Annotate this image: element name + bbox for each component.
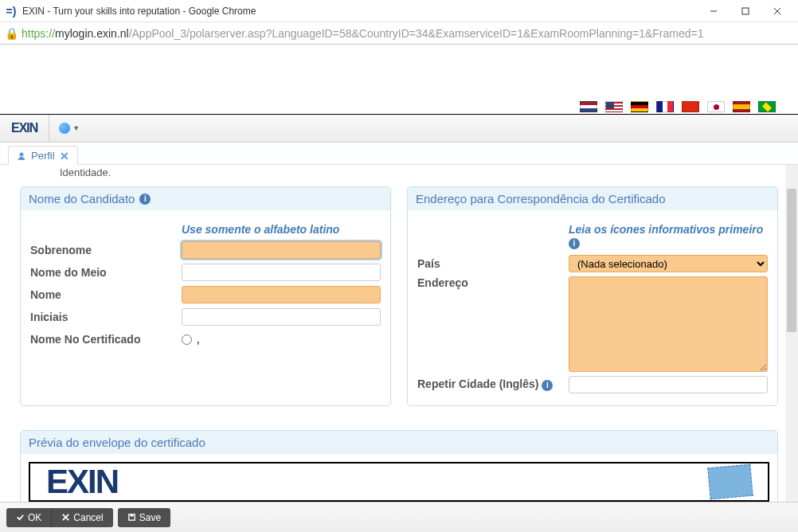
flag-cn[interactable] bbox=[682, 101, 699, 112]
check-icon bbox=[16, 513, 25, 522]
scrollbar[interactable] bbox=[785, 165, 798, 502]
flag-br[interactable] bbox=[758, 101, 776, 112]
address-label: Endereço bbox=[417, 276, 569, 289]
chevron-down-icon: ▼ bbox=[72, 124, 80, 132]
flag-nl[interactable] bbox=[580, 101, 597, 112]
candidate-hint: Use somente o alfabeto latino bbox=[182, 223, 381, 236]
initials-label: Iniciais bbox=[30, 311, 182, 323]
url-host: mylogin.exin.nl bbox=[55, 27, 129, 40]
address-bar[interactable]: 🔒 https://mylogin.exin.nl/AppPool_3/pola… bbox=[0, 22, 798, 45]
save-button[interactable]: Save bbox=[118, 508, 170, 527]
comma-text: , bbox=[197, 334, 200, 346]
flag-es[interactable] bbox=[733, 101, 750, 112]
envelope-panel-title: Prévia do envelope do certificado bbox=[29, 436, 205, 449]
svg-rect-8 bbox=[130, 514, 133, 517]
ok-cancel-group: OK Cancel bbox=[6, 508, 113, 527]
cancel-button[interactable]: Cancel bbox=[51, 508, 112, 527]
tab-strip: Perfil ✕ bbox=[0, 143, 798, 165]
info-icon[interactable]: i bbox=[542, 380, 553, 391]
identity-text: Identidade. bbox=[20, 165, 778, 180]
user-icon bbox=[17, 151, 26, 161]
tab-label: Perfil bbox=[31, 150, 55, 162]
minimize-button[interactable] bbox=[698, 2, 730, 21]
candidate-panel: Nome do Candidato i Use somente o alfabe… bbox=[20, 186, 391, 406]
flag-de[interactable] bbox=[631, 101, 648, 112]
app-favicon: =) bbox=[5, 5, 18, 18]
lock-icon: 🔒 bbox=[5, 27, 18, 40]
toolbar: EXIN ▼ bbox=[0, 115, 798, 143]
ok-button[interactable]: OK bbox=[6, 508, 51, 527]
main-content: Identidade. Nome do Candidato i Use some… bbox=[0, 165, 798, 532]
surname-input[interactable] bbox=[182, 241, 381, 259]
address-textarea[interactable] bbox=[569, 276, 768, 372]
language-flags bbox=[580, 101, 776, 112]
flag-jp[interactable] bbox=[707, 101, 725, 112]
country-select[interactable]: (Nada selecionado) bbox=[569, 255, 768, 272]
envelope-preview: EXIN bbox=[29, 462, 769, 502]
flag-fr[interactable] bbox=[656, 101, 674, 112]
close-window-button[interactable] bbox=[761, 2, 793, 21]
bottom-bar: OK Cancel Save bbox=[0, 502, 798, 532]
header-strip bbox=[0, 45, 798, 115]
tab-perfil[interactable]: Perfil ✕ bbox=[8, 146, 78, 165]
language-dropdown[interactable]: ▼ bbox=[49, 115, 89, 142]
cert-name-label: Nome No Certificado bbox=[30, 333, 182, 346]
repeat-city-input[interactable] bbox=[569, 376, 768, 393]
address-panel-title: Endereço para Correspondência do Certifi… bbox=[416, 192, 666, 205]
info-icon[interactable]: i bbox=[139, 194, 151, 205]
envelope-logo: EXIN bbox=[46, 463, 118, 501]
address-panel: Endereço para Correspondência do Certifi… bbox=[407, 186, 778, 406]
candidate-panel-header: Nome do Candidato i bbox=[21, 187, 390, 210]
repeat-city-label: Repetir Cidade (Inglês) i bbox=[417, 377, 569, 391]
brand-logo: EXIN bbox=[0, 115, 49, 142]
middle-name-input[interactable] bbox=[182, 264, 381, 281]
save-icon bbox=[127, 513, 136, 522]
first-name-input[interactable] bbox=[182, 286, 381, 303]
address-hint: Leia os ícones informativos primeiro i bbox=[569, 223, 768, 249]
window-title: EXIN - Turn your skills into reputation … bbox=[22, 6, 698, 17]
window-titlebar: =) EXIN - Turn your skills into reputati… bbox=[0, 0, 798, 22]
cert-name-radio[interactable] bbox=[182, 334, 192, 345]
info-icon[interactable]: i bbox=[569, 238, 580, 249]
svg-point-4 bbox=[20, 152, 24, 156]
url-protocol: https:// bbox=[22, 27, 55, 40]
envelope-panel-header: Prévia do envelope do certificado bbox=[21, 431, 777, 454]
stamp-icon bbox=[707, 464, 753, 499]
country-label: País bbox=[417, 257, 569, 270]
close-icon bbox=[61, 513, 70, 522]
candidate-panel-title: Nome do Candidato bbox=[29, 192, 135, 205]
address-panel-header: Endereço para Correspondência do Certifi… bbox=[408, 187, 777, 210]
surname-label: Sobrenome bbox=[30, 244, 182, 256]
initials-input[interactable] bbox=[182, 308, 381, 326]
globe-icon bbox=[59, 123, 70, 134]
middle-name-label: Nome do Meio bbox=[30, 266, 182, 279]
envelope-panel: Prévia do envelope do certificado EXIN bbox=[20, 430, 778, 510]
first-name-label: Nome bbox=[30, 288, 182, 301]
flag-us[interactable] bbox=[605, 101, 623, 112]
scrollbar-thumb[interactable] bbox=[787, 189, 796, 332]
tab-close-icon[interactable]: ✕ bbox=[60, 151, 69, 162]
url-path: /AppPool_3/polarserver.asp?LanguageID=58… bbox=[129, 27, 704, 40]
maximize-button[interactable] bbox=[730, 2, 761, 21]
svg-rect-1 bbox=[742, 8, 749, 14]
